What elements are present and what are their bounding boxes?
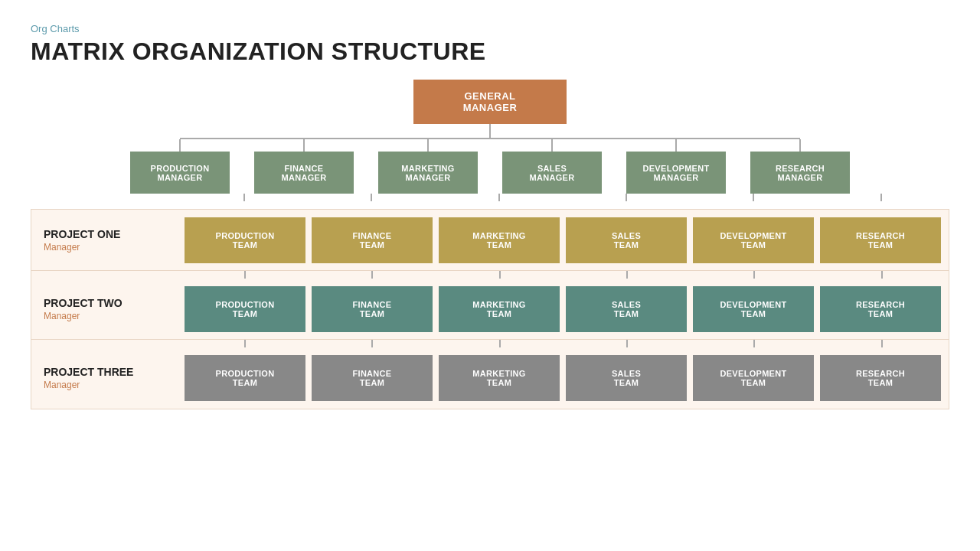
team-p3-1: FINANCETEAM [312, 355, 433, 401]
manager-box-4: DEVELOPMENTMANAGER [626, 152, 726, 194]
mgr-drop-2: MARKETINGMANAGER [371, 139, 485, 194]
mgr-drop-4: DEVELOPMENTMANAGER [619, 139, 733, 194]
managers-drops: PRODUCTIONMANAGER FINANCEMANAGER MARKETI… [122, 139, 858, 194]
project-row-1: PROJECT ONE Manager PRODUCTIONTEAM FINAN… [31, 210, 949, 271]
project-label-2: PROJECT TWO Manager [31, 289, 177, 329]
team-p3-5: RESEARCHTEAM [820, 355, 941, 401]
team-p1-4: DEVELOPMENTTEAM [693, 217, 814, 263]
sub-connectors-row [31, 194, 949, 201]
project-name-2: PROJECT TWO [44, 297, 165, 309]
team-p2-3: SALESTEAM [566, 286, 687, 332]
team-p1-2: MARKETINGTEAM [439, 217, 560, 263]
gm-row: GENERAL MANAGER [413, 80, 567, 124]
gm-box: GENERAL MANAGER [413, 80, 567, 124]
projects-grid: PROJECT ONE Manager PRODUCTIONTEAM FINAN… [31, 209, 949, 409]
project1-teams: PRODUCTIONTEAM FINANCETEAM MARKETINGTEAM… [177, 211, 949, 269]
team-p1-5: RESEARCHTEAM [820, 217, 941, 263]
project2-teams: PRODUCTIONTEAM FINANCETEAM MARKETINGTEAM… [177, 280, 949, 338]
team-p2-4: DEVELOPMENTTEAM [693, 286, 814, 332]
team-p2-1: FINANCETEAM [312, 286, 433, 332]
page: Org Charts MATRIX ORGANIZATION STRUCTURE… [0, 0, 980, 551]
sub-conn-between-1-2 [31, 271, 950, 279]
sub-conn-between-2-3 [31, 340, 950, 347]
mgr-drop-1: FINANCEMANAGER [247, 139, 361, 194]
gm-vline [489, 124, 491, 138]
mgr-drop-0: PRODUCTIONMANAGER [122, 139, 237, 194]
project-name-3: PROJECT THREE [44, 366, 165, 378]
project-label-1: PROJECT ONE Manager [31, 220, 177, 260]
chart-area: GENERAL MANAGER PRODUCTIONMANAGER FINANC… [31, 80, 949, 536]
project-row-2: PROJECT TWO Manager PRODUCTIONTEAM FINAN… [31, 279, 949, 340]
manager-box-0: PRODUCTIONMANAGER [130, 152, 230, 194]
team-p3-0: PRODUCTIONTEAM [185, 355, 305, 401]
h-connector [122, 138, 858, 139]
project-name-1: PROJECT ONE [44, 228, 165, 240]
mgr-drop-3: SALESMANAGER [495, 139, 609, 194]
team-p2-5: RESEARCHTEAM [820, 286, 941, 332]
manager-box-1: FINANCEMANAGER [254, 152, 354, 194]
subtitle: Org Charts [31, 23, 949, 34]
manager-box-5: RESEARCHMANAGER [750, 152, 850, 194]
team-p3-4: DEVELOPMENTTEAM [693, 355, 814, 401]
team-p3-2: MARKETINGTEAM [439, 355, 560, 401]
team-p1-0: PRODUCTIONTEAM [185, 217, 305, 263]
project-label-3: PROJECT THREE Manager [31, 358, 177, 398]
manager-box-3: SALESMANAGER [502, 152, 602, 194]
project-sub-1: Manager [44, 242, 165, 253]
team-p2-2: MARKETINGTEAM [439, 286, 560, 332]
team-p2-0: PRODUCTIONTEAM [185, 286, 305, 332]
project3-teams: PRODUCTIONTEAM FINANCETEAM MARKETINGTEAM… [177, 349, 949, 407]
team-p1-3: SALESTEAM [566, 217, 687, 263]
project-sub-3: Manager [44, 380, 165, 390]
team-p3-3: SALESTEAM [566, 355, 687, 401]
project-row-3: PROJECT THREE Manager PRODUCTIONTEAM FIN… [31, 347, 949, 409]
page-title: MATRIX ORGANIZATION STRUCTURE [31, 37, 949, 66]
mgr-drop-5: RESEARCHMANAGER [743, 139, 858, 194]
team-p1-1: FINANCETEAM [312, 217, 433, 263]
manager-box-2: MARKETINGMANAGER [378, 152, 478, 194]
project-sub-2: Manager [44, 311, 165, 321]
